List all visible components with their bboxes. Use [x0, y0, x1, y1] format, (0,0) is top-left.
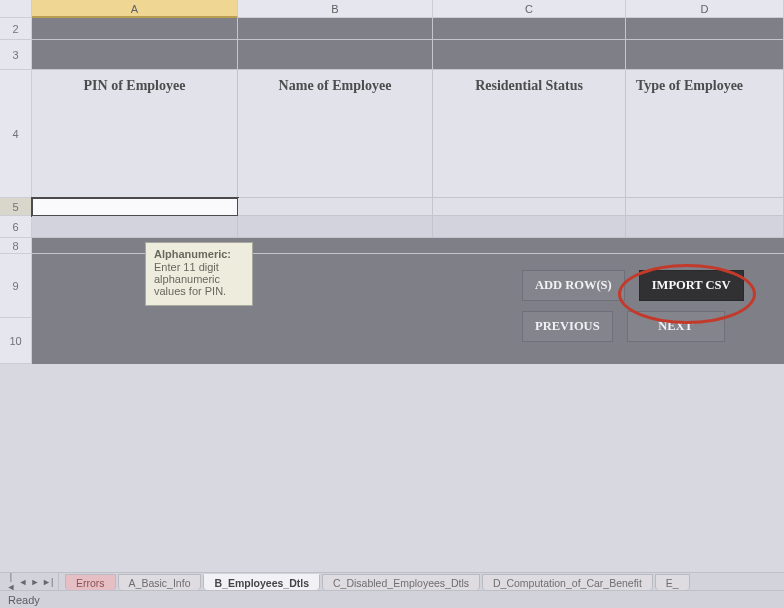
next-button[interactable]: NEXT — [627, 311, 725, 342]
grid-row-3 — [32, 40, 784, 70]
tab-nav-buttons: |◄ ◄ ► ►| — [0, 573, 59, 590]
grid-row-2 — [32, 18, 784, 40]
cell-B3[interactable] — [238, 40, 433, 70]
select-all-corner[interactable] — [0, 0, 32, 18]
cell-C5[interactable] — [433, 198, 626, 216]
cell-C3[interactable] — [433, 40, 626, 70]
row-header-8[interactable]: 8 — [0, 238, 32, 254]
worksheet-area: A B C D 2 3 4 5 6 8 9 10 PIN of Employee — [0, 0, 784, 572]
cell-A3[interactable] — [32, 40, 238, 70]
col-header-C[interactable]: C — [433, 0, 626, 18]
tab-disabled-employees[interactable]: C_Disabled_Employees_Dtls — [322, 574, 480, 590]
cell-D2[interactable] — [626, 18, 784, 40]
add-row-button[interactable]: ADD ROW(S) — [522, 270, 625, 301]
tooltip-body: Enter 11 digit alphanumeric values for P… — [154, 261, 244, 297]
tab-nav-last-icon[interactable]: ►| — [42, 577, 52, 587]
cell-C2[interactable] — [433, 18, 626, 40]
input-tooltip: Alphanumeric: Enter 11 digit alphanumeri… — [145, 242, 253, 306]
cell-D5[interactable] — [626, 198, 784, 216]
row-header-5[interactable]: 5 — [0, 198, 32, 216]
row-header-2[interactable]: 2 — [0, 18, 32, 40]
tab-errors[interactable]: Errors — [65, 574, 116, 590]
col-header-A[interactable]: A — [32, 0, 238, 18]
status-bar: Ready — [0, 590, 784, 608]
tab-employees-dtls[interactable]: B_Employees_Dtls — [203, 574, 320, 590]
tab-nav-first-icon[interactable]: |◄ — [6, 572, 16, 592]
cell-D4[interactable]: Type of Employee — [626, 70, 784, 198]
cell-A2[interactable] — [32, 18, 238, 40]
cell-C6[interactable] — [433, 216, 626, 238]
panel-buttons: ADD ROW(S) IMPORT CSV PREVIOUS NEXT — [522, 270, 744, 342]
cell-B5[interactable] — [238, 198, 433, 216]
cell-B4[interactable]: Name of Employee — [238, 70, 433, 198]
grid-row-6 — [32, 216, 784, 238]
col-header-D[interactable]: D — [626, 0, 784, 18]
grid-row-5 — [32, 198, 784, 216]
tooltip-title: Alphanumeric: — [154, 248, 244, 260]
status-text: Ready — [8, 594, 40, 606]
cell-B6[interactable] — [238, 216, 433, 238]
sheet-tab-bar: |◄ ◄ ► ►| Errors A_Basic_Info B_Employee… — [0, 572, 784, 590]
sheet-tabs: Errors A_Basic_Info B_Employees_Dtls C_D… — [59, 573, 692, 590]
row-header-3[interactable]: 3 — [0, 40, 32, 70]
tab-nav-next-icon[interactable]: ► — [30, 577, 40, 587]
col-header-B[interactable]: B — [238, 0, 433, 18]
cell-C4[interactable]: Residential Status — [433, 70, 626, 198]
column-headers: A B C D — [32, 0, 784, 18]
row-header-6[interactable]: 6 — [0, 216, 32, 238]
row-headers: 2 3 4 5 6 8 9 10 — [0, 18, 32, 364]
row-header-10[interactable]: 10 — [0, 318, 32, 364]
cell-A5[interactable] — [32, 198, 238, 216]
cell-A4[interactable]: PIN of Employee — [32, 70, 238, 198]
cell-B2[interactable] — [238, 18, 433, 40]
cell-A6[interactable] — [32, 216, 238, 238]
tab-basic-info[interactable]: A_Basic_Info — [118, 574, 202, 590]
cell-D3[interactable] — [626, 40, 784, 70]
grid-row-4: PIN of Employee Name of Employee Residen… — [32, 70, 784, 198]
grid: PIN of Employee Name of Employee Residen… — [32, 18, 784, 364]
row-header-9[interactable]: 9 — [0, 254, 32, 318]
tab-nav-prev-icon[interactable]: ◄ — [18, 577, 28, 587]
previous-button[interactable]: PREVIOUS — [522, 311, 613, 342]
tab-car-benefit[interactable]: D_Computation_of_Car_Benefit — [482, 574, 653, 590]
cell-D6[interactable] — [626, 216, 784, 238]
row-header-4[interactable]: 4 — [0, 70, 32, 198]
import-csv-button[interactable]: IMPORT CSV — [639, 270, 744, 301]
tab-e[interactable]: E_ — [655, 574, 690, 590]
